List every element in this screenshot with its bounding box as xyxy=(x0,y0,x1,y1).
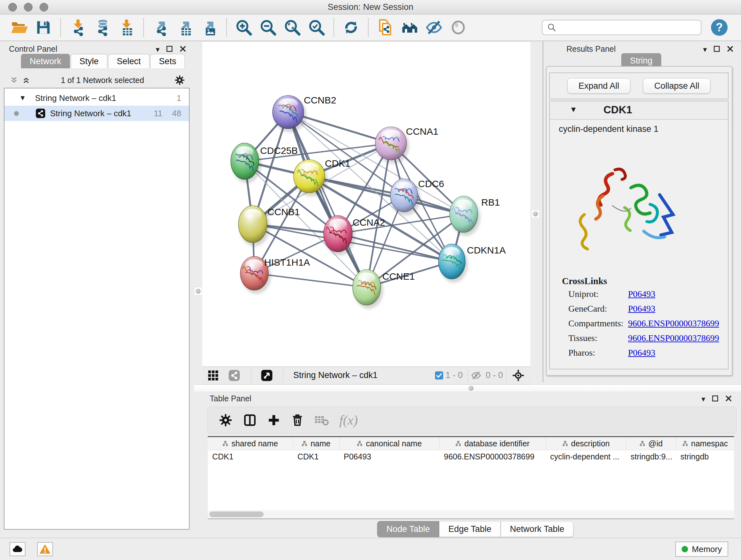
open-session-button[interactable] xyxy=(9,17,29,38)
entry-collapse-icon[interactable]: ▼ xyxy=(569,105,577,114)
new-network-from-selection-button[interactable] xyxy=(375,17,396,38)
tab-style[interactable]: Style xyxy=(71,54,107,68)
right-splitter-handle[interactable] xyxy=(531,210,540,218)
column-header[interactable]: shared name xyxy=(208,437,293,450)
network-node-ccne1[interactable]: CCNE1 xyxy=(353,269,415,309)
table-row[interactable]: CDK1CDK1P064939606.ENSP00000378699cyclin… xyxy=(208,450,734,463)
birds-eye-view-icon[interactable] xyxy=(260,369,273,382)
column-header[interactable]: description xyxy=(546,437,626,450)
table-toolbar: f(x) xyxy=(207,407,737,434)
network-options-gear-icon[interactable] xyxy=(174,75,185,85)
left-splitter-handle[interactable] xyxy=(194,287,202,295)
hidden-eye-slash-icon[interactable] xyxy=(470,369,482,382)
search-box[interactable] xyxy=(542,20,701,35)
tab-sets[interactable]: Sets xyxy=(150,54,185,68)
delete-column-icon[interactable] xyxy=(291,414,304,427)
panel-menu-icon[interactable]: ▾ xyxy=(701,395,705,403)
node-highlight xyxy=(244,209,262,220)
panel-float-icon[interactable] xyxy=(166,45,173,54)
memory-button[interactable]: Memory xyxy=(675,542,728,557)
fit-content-crosshair-icon[interactable] xyxy=(512,369,525,382)
network-node-cdk1[interactable]: CDK1 xyxy=(293,158,350,196)
crosslink-link[interactable]: P06493 xyxy=(628,304,656,314)
crosslink-link[interactable]: P06493 xyxy=(628,289,656,299)
expand-all-button[interactable]: Expand All xyxy=(567,78,630,94)
table-hscrollbar[interactable] xyxy=(208,510,734,519)
panel-menu-icon[interactable]: ▾ xyxy=(703,45,707,54)
panel-close-icon[interactable] xyxy=(727,45,734,54)
export-network-button[interactable] xyxy=(151,17,171,38)
column-header[interactable]: canonical name xyxy=(339,437,440,450)
table-cell[interactable]: stringdb xyxy=(676,450,734,463)
right-splitter[interactable] xyxy=(530,41,542,384)
table-cell[interactable]: CDK1 xyxy=(293,450,339,463)
crosslink-link[interactable]: P06493 xyxy=(628,348,656,358)
search-input[interactable] xyxy=(560,22,696,33)
network-row[interactable]: String Network – cdk1 11 48 xyxy=(4,106,189,121)
collapse-all-button[interactable]: Collapse All xyxy=(643,78,711,94)
tree-expander-icon[interactable]: ▼ xyxy=(19,94,26,102)
column-header[interactable]: @id xyxy=(626,437,676,450)
hide-selection-button[interactable] xyxy=(424,17,444,38)
panel-float-icon[interactable] xyxy=(712,395,719,403)
left-splitter[interactable] xyxy=(194,41,203,384)
import-network-database-button[interactable] xyxy=(92,17,112,38)
table-cell[interactable]: CDK1 xyxy=(208,450,293,463)
gene-entry-header[interactable]: ▼ CDK1 xyxy=(550,101,728,120)
tab-node-table[interactable]: Node Table xyxy=(377,521,439,537)
network-node-ccnb1[interactable]: CCNB1 xyxy=(239,206,300,246)
network-node-cdc6[interactable]: CDC6 xyxy=(390,179,444,215)
tab-string[interactable]: String xyxy=(621,53,661,68)
save-session-button[interactable] xyxy=(33,17,54,38)
network-view-canvas[interactable]: CCNB2CCNA1CDC25BCDK1CDC6RB1CCNB1CCNA2CDK… xyxy=(202,41,530,367)
crosslink-link[interactable]: 9606.ENSP00000378699 xyxy=(628,333,719,343)
table-cell[interactable]: P06493 xyxy=(339,450,440,463)
table-options-gear-icon[interactable] xyxy=(219,413,232,427)
zoom-fit-button[interactable] xyxy=(282,17,302,38)
grid-view-icon[interactable] xyxy=(207,369,219,382)
table-cell[interactable]: stringdb:9... xyxy=(626,450,676,463)
horizontal-splitter[interactable] xyxy=(194,384,741,392)
panel-float-icon[interactable] xyxy=(713,45,720,54)
help-button[interactable]: ? xyxy=(711,19,728,36)
add-column-icon[interactable] xyxy=(267,414,280,427)
export-image-button[interactable] xyxy=(199,17,219,38)
show-all-button[interactable] xyxy=(448,17,468,38)
column-header[interactable]: namespac xyxy=(676,437,734,450)
cloud-status-button[interactable] xyxy=(10,542,25,556)
network-view-icon[interactable] xyxy=(228,369,241,382)
tab-network[interactable]: Network xyxy=(21,54,70,68)
column-header[interactable]: database identifier xyxy=(440,437,546,450)
tab-edge-table[interactable]: Edge Table xyxy=(439,521,501,537)
zoom-in-button[interactable] xyxy=(233,17,254,38)
expand-all-tree-icon[interactable] xyxy=(22,76,30,84)
network-node-hist1h1a[interactable]: HIST1H1A xyxy=(240,256,310,294)
network-edge[interactable] xyxy=(254,273,367,287)
panel-close-icon[interactable] xyxy=(725,395,732,403)
warning-status-button[interactable] xyxy=(37,542,53,556)
tab-network-table[interactable]: Network Table xyxy=(501,521,574,537)
refresh-view-button[interactable] xyxy=(341,17,361,38)
crosslink-label: Uniprot: xyxy=(568,289,599,299)
zoom-selected-button[interactable] xyxy=(307,17,327,38)
table-cell[interactable]: 9606.ENSP00000378699 xyxy=(440,450,546,463)
export-table-button[interactable] xyxy=(175,17,195,38)
network-collection-row[interactable]: ▼ String Network – cdk1 1 xyxy=(4,90,189,106)
tab-select[interactable]: Select xyxy=(108,54,149,68)
panel-menu-icon[interactable]: ▾ xyxy=(156,45,159,54)
network-node-cdkn1a[interactable]: CDKN1A xyxy=(439,244,506,283)
crosslink-link[interactable]: 9606.ENSP00000378699 xyxy=(628,318,719,328)
show-columns-icon[interactable] xyxy=(243,413,257,427)
import-table-button[interactable] xyxy=(116,17,137,38)
first-neighbors-button[interactable] xyxy=(400,17,420,38)
zoom-out-button[interactable] xyxy=(258,17,278,38)
table-cell[interactable]: cyclin-dependent ... xyxy=(546,450,626,463)
table-hscrollbar-thumb[interactable] xyxy=(209,511,264,517)
network-node-rb1[interactable]: RB1 xyxy=(450,196,500,236)
panel-close-icon[interactable] xyxy=(179,45,186,54)
column-header[interactable]: name xyxy=(293,437,339,450)
node-table[interactable]: shared namenamecanonical namedatabase id… xyxy=(208,436,734,511)
collapse-all-tree-icon[interactable] xyxy=(10,76,18,84)
import-network-file-button[interactable] xyxy=(68,17,88,38)
selected-checkbox-icon[interactable] xyxy=(433,369,446,382)
